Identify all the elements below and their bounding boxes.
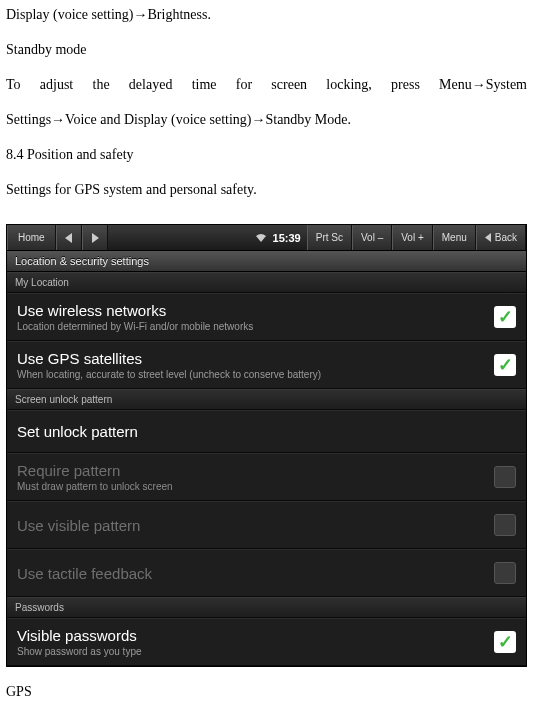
home-button[interactable]: Home (7, 225, 56, 250)
status-clock: 15:39 (273, 232, 301, 244)
wifi-icon (255, 233, 267, 243)
setting-text: Use tactile feedback (17, 565, 494, 582)
setting-title: Use wireless networks (17, 302, 494, 319)
screen-title: Location & security settings (7, 251, 526, 272)
setting-text: Use GPS satellites When locating, accura… (17, 350, 494, 380)
doc-para-brightness: Display (voice setting)→Brightness. (6, 4, 527, 25)
back-arrow-icon (485, 233, 492, 242)
vol-down-button[interactable]: Vol – (352, 225, 392, 250)
doc-section-heading: 8.4 Position and safety (6, 144, 527, 165)
checkbox-unchecked-icon[interactable] (494, 514, 516, 536)
prtsc-button[interactable]: Prt Sc (307, 225, 352, 250)
setting-subtitle: Location determined by Wi-Fi and/or mobi… (17, 321, 494, 332)
setting-use-tactile-feedback[interactable]: Use tactile feedback (7, 549, 526, 597)
setting-text: Set unlock pattern (17, 423, 516, 440)
setting-text: Visible passwords Show password as you t… (17, 627, 494, 657)
setting-text: Require pattern Must draw pattern to unl… (17, 462, 494, 492)
setting-subtitle: Show password as you type (17, 646, 494, 657)
triangle-right-icon (91, 233, 99, 243)
android-screenshot: Home 15:39 Prt Sc Vol – Vol + Menu Back (6, 224, 527, 667)
doc-para-standby-1: To adjust the delayed time for screen lo… (6, 74, 527, 95)
back-button[interactable]: Back (476, 225, 526, 250)
setting-subtitle: When locating, accurate to street level … (17, 369, 494, 380)
doc-para-standby-2: Settings→Voice and Display (voice settin… (6, 109, 527, 130)
setting-subtitle: Must draw pattern to unlock screen (17, 481, 494, 492)
setting-use-gps[interactable]: Use GPS satellites When locating, accura… (7, 341, 526, 389)
checkbox-checked-icon[interactable] (494, 631, 516, 653)
section-passwords: Passwords (7, 597, 526, 618)
svg-marker-0 (65, 233, 72, 243)
setting-title: Require pattern (17, 462, 494, 479)
svg-marker-2 (485, 233, 491, 242)
setting-use-wireless[interactable]: Use wireless networks Location determine… (7, 293, 526, 341)
checkbox-checked-icon[interactable] (494, 306, 516, 328)
checkbox-checked-icon[interactable] (494, 354, 516, 376)
setting-title: Use GPS satellites (17, 350, 494, 367)
doc-para-standby-title: Standby mode (6, 39, 527, 60)
setting-text: Use wireless networks Location determine… (17, 302, 494, 332)
setting-text: Use visible pattern (17, 517, 494, 534)
setting-set-unlock-pattern[interactable]: Set unlock pattern (7, 410, 526, 453)
section-my-location: My Location (7, 272, 526, 293)
menu-button[interactable]: Menu (433, 225, 476, 250)
setting-require-pattern[interactable]: Require pattern Must draw pattern to unl… (7, 453, 526, 501)
doc-para-gps-title: GPS (6, 681, 527, 702)
section-screen-unlock: Screen unlock pattern (7, 389, 526, 410)
setting-title: Set unlock pattern (17, 423, 516, 440)
nav-forward-small[interactable] (82, 225, 108, 250)
setting-title: Use visible pattern (17, 517, 494, 534)
setting-use-visible-pattern[interactable]: Use visible pattern (7, 501, 526, 549)
status-area: 15:39 (108, 225, 307, 250)
nav-back-small[interactable] (56, 225, 82, 250)
vol-up-button[interactable]: Vol + (392, 225, 433, 250)
setting-title: Visible passwords (17, 627, 494, 644)
triangle-left-icon (65, 233, 73, 243)
checkbox-unchecked-icon[interactable] (494, 466, 516, 488)
setting-visible-passwords[interactable]: Visible passwords Show password as you t… (7, 618, 526, 666)
top-bar: Home 15:39 Prt Sc Vol – Vol + Menu Back (7, 225, 526, 251)
setting-title: Use tactile feedback (17, 565, 494, 582)
svg-marker-1 (92, 233, 99, 243)
doc-para-gps-intro: Settings for GPS system and personal saf… (6, 179, 527, 200)
checkbox-unchecked-icon[interactable] (494, 562, 516, 584)
back-label: Back (495, 232, 517, 243)
